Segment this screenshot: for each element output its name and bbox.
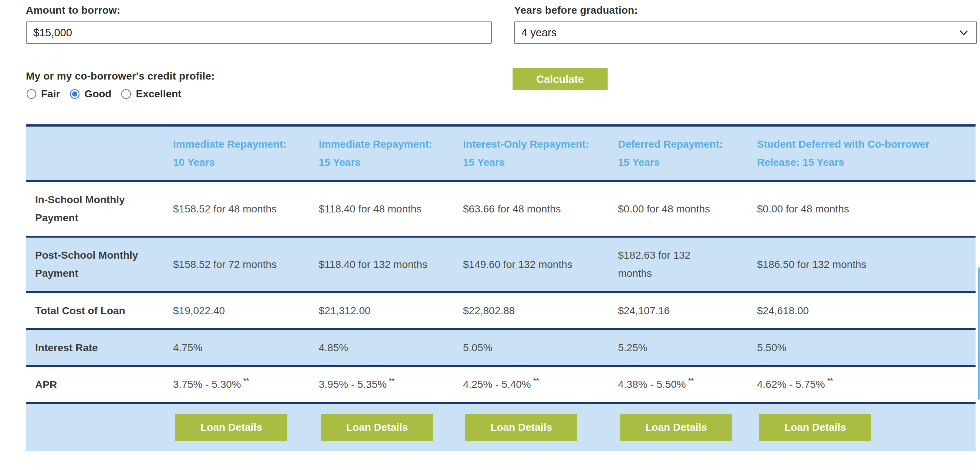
table-row: Interest Rate 4.75% 4.85% 5.05% 5.25% 5.… — [26, 329, 975, 366]
apr-footnote-marker: ** — [533, 377, 539, 385]
table-cell: $149.60 for 132 months — [463, 236, 618, 292]
amount-to-borrow-input[interactable] — [26, 21, 492, 44]
radio-circle-icon[interactable] — [27, 89, 36, 99]
table-cell: $158.52 for 72 months — [173, 236, 319, 292]
table-cell: 4.85% — [319, 329, 463, 366]
table-cell: $118.40 for 48 months — [319, 181, 463, 236]
table-cell: 3.95% - 5.35%** — [319, 366, 463, 403]
apr-footnote-marker: ** — [243, 377, 249, 385]
row-label: Post-School Monthly Payment — [26, 236, 173, 292]
table-cell: $22,802.88 — [463, 292, 618, 329]
calculate-button[interactable]: Calculate — [512, 68, 608, 90]
header-student-deferred-15: Student Deferred with Co-borrower Releas… — [757, 126, 975, 181]
loan-details-button-immediate-10[interactable]: Loan Details — [175, 414, 287, 441]
years-before-graduation-select[interactable]: 4 years — [514, 21, 977, 44]
table-cell: $186.50 for 132 months — [757, 236, 975, 292]
table-row: APR 3.75% - 5.30%** 3.95% - 5.35%** 4.25… — [26, 366, 975, 403]
row-label: Total Cost of Loan — [26, 292, 173, 329]
loan-details-button-interest-only-15[interactable]: Loan Details — [465, 414, 577, 441]
loan-details-button-student-deferred-15[interactable]: Loan Details — [759, 414, 871, 441]
table-cell: 3.75% - 5.30%** — [173, 366, 319, 403]
header-empty-cell — [26, 126, 173, 181]
table-cell: 4.38% - 5.50%** — [618, 366, 757, 403]
table-cell: 4.25% - 5.40%** — [463, 366, 618, 403]
scrollbar-thumb[interactable] — [978, 267, 980, 400]
table-cell: 5.05% — [463, 329, 618, 366]
radio-option-good[interactable]: Good — [70, 88, 111, 100]
table-cell: Loan Details — [319, 403, 463, 451]
table-cell: $0.00 for 48 months — [618, 181, 757, 236]
table-cell: $24,618.00 — [757, 292, 975, 329]
loan-comparison-table: Immediate Repayment: 10 Years Immediate … — [26, 124, 975, 451]
table-row: In-School Monthly Payment $158.52 for 48… — [26, 181, 975, 236]
table-cell: Loan Details — [463, 403, 618, 451]
row-label: APR — [26, 366, 173, 403]
table-row: Total Cost of Loan $19,022.40 $21,312.00… — [26, 292, 975, 329]
loan-details-button-deferred-15[interactable]: Loan Details — [620, 414, 732, 441]
table-cell: $118.40 for 132 months — [319, 236, 463, 292]
table-cell: Loan Details — [173, 403, 319, 451]
header-deferred-15: Deferred Repayment: 15 Years — [618, 126, 757, 181]
radio-circle-icon[interactable] — [70, 89, 80, 99]
table-cell: 5.50% — [757, 329, 975, 366]
table-cell: $182.63 for 132 months — [618, 236, 757, 292]
table-cell: $21,312.00 — [319, 292, 463, 329]
header-immediate-10: Immediate Repayment: 10 Years — [173, 126, 319, 181]
table-cell: Loan Details — [757, 403, 975, 451]
credit-profile-label: My or my co-borrower's credit profile: — [26, 70, 215, 82]
row-label: Interest Rate — [26, 329, 173, 366]
apr-footnote-marker: ** — [389, 377, 395, 385]
table-cell: 4.62% - 5.75%** — [757, 366, 975, 403]
radio-label: Good — [84, 88, 111, 100]
amount-to-borrow-label: Amount to borrow: — [26, 5, 120, 16]
table-cell: 4.75% — [173, 329, 319, 366]
loan-details-button-immediate-15[interactable]: Loan Details — [321, 414, 433, 441]
years-select-value: 4 years — [522, 27, 557, 39]
radio-circle-icon[interactable] — [121, 89, 131, 99]
empty-cell — [26, 403, 173, 451]
chevron-down-icon — [959, 30, 968, 35]
row-label: In-School Monthly Payment — [26, 181, 173, 236]
table-cell: $0.00 for 48 months — [757, 181, 975, 236]
years-before-graduation-label: Years before graduation: — [514, 5, 638, 16]
table-buttons-row: Loan Details Loan Details Loan Details L… — [26, 403, 975, 451]
credit-profile-radio-group: Fair Good Excellent — [27, 88, 181, 100]
table-header-row: Immediate Repayment: 10 Years Immediate … — [26, 126, 975, 181]
apr-footnote-marker: ** — [827, 377, 833, 385]
header-interest-only-15: Interest-Only Repayment: 15 Years — [463, 126, 618, 181]
table-row: Post-School Monthly Payment $158.52 for … — [26, 236, 975, 292]
radio-option-fair[interactable]: Fair — [27, 88, 60, 100]
table-cell: 5.25% — [618, 329, 757, 366]
table-cell: $158.52 for 48 months — [173, 181, 319, 236]
radio-option-excellent[interactable]: Excellent — [121, 88, 181, 100]
table-cell: Loan Details — [618, 403, 757, 451]
table-cell: $24,107.16 — [618, 292, 757, 329]
table-cell: $19,022.40 — [173, 292, 319, 329]
radio-label: Fair — [41, 88, 60, 100]
apr-footnote-marker: ** — [688, 377, 694, 385]
radio-label: Excellent — [136, 88, 181, 100]
header-immediate-15: Immediate Repayment: 15 Years — [319, 126, 463, 181]
table-cell: $63.66 for 48 months — [463, 181, 618, 236]
